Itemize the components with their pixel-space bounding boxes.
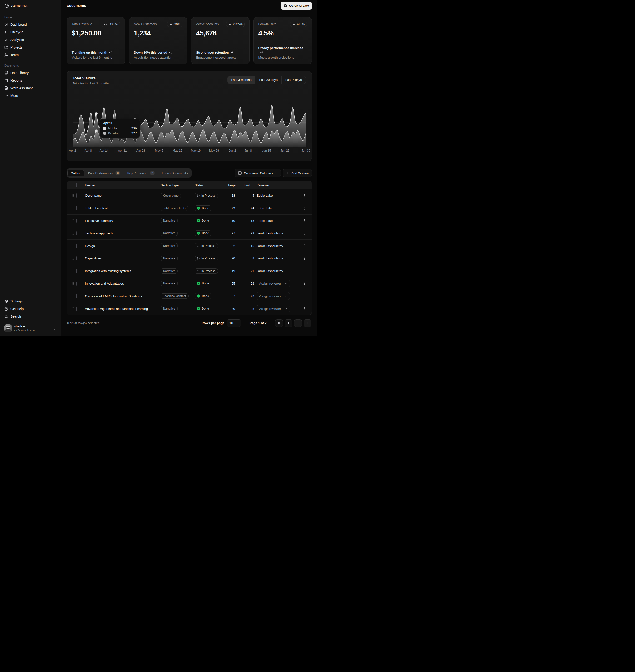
cell-header[interactable]: Design — [85, 244, 161, 248]
drag-handle[interactable] — [70, 269, 76, 273]
sidebar-item-settings[interactable]: Settings — [2, 297, 58, 305]
add-section-button[interactable]: Add Section — [283, 169, 312, 177]
drag-handle[interactable] — [70, 194, 76, 197]
cell-limit[interactable]: 26 — [238, 282, 257, 285]
reviewer-name: Eddie Lake — [257, 206, 273, 210]
cell-limit[interactable]: 5 — [238, 194, 257, 197]
tab-label: Outline — [71, 171, 81, 175]
sidebar-item-search[interactable]: Search — [2, 313, 58, 320]
row-checkbox[interactable] — [76, 206, 77, 210]
sidebar-item-word-assistant[interactable]: Word Assistant — [2, 84, 58, 92]
cell-limit[interactable]: 28 — [238, 307, 257, 311]
drag-handle[interactable] — [70, 294, 76, 298]
cell-header[interactable]: Integration with existing systems — [85, 269, 161, 273]
customize-columns-button[interactable]: Customize Columns — [235, 169, 281, 177]
row-menu-button[interactable] — [299, 293, 310, 299]
cell-limit[interactable]: 16 — [238, 244, 257, 248]
cell-header[interactable]: Executive summary — [85, 219, 161, 223]
chevrons-right-button[interactable] — [304, 319, 311, 327]
assign-reviewer-select[interactable]: Assign reviewer — [257, 305, 290, 312]
assign-reviewer-select[interactable]: Assign reviewer — [257, 292, 290, 300]
cell-target[interactable]: 25 — [226, 282, 238, 285]
sidebar-item-get-help[interactable]: Get Help — [2, 305, 58, 313]
app-root: Acme Inc. HomeDashboardLifecycleAnalytic… — [0, 0, 318, 336]
cell-header[interactable]: Overview of EMR's Innovative Solutions — [85, 294, 161, 298]
row-checkbox[interactable] — [76, 282, 77, 286]
row-checkbox[interactable] — [76, 231, 77, 236]
cell-target[interactable]: 20 — [226, 256, 238, 260]
range-tab-last-30-days[interactable]: Last 30 days — [255, 76, 281, 84]
row-menu-button[interactable] — [299, 255, 310, 261]
cell-limit[interactable]: 24 — [238, 206, 257, 210]
sidebar-item-reports[interactable]: Reports — [2, 76, 58, 84]
row-checkbox[interactable] — [76, 256, 77, 260]
select-all-checkbox[interactable] — [76, 183, 77, 187]
row-menu-button[interactable] — [299, 205, 310, 211]
row-menu-button[interactable] — [299, 243, 310, 249]
cell-target[interactable]: 27 — [226, 231, 238, 235]
sidebar-item-dashboard[interactable]: Dashboard — [2, 21, 58, 28]
cell-header[interactable]: Technical approach — [85, 231, 161, 235]
drag-handle[interactable] — [70, 244, 76, 248]
sidebar-item-team[interactable]: Team — [2, 51, 58, 59]
check-circle-icon — [197, 294, 200, 298]
cell-limit[interactable]: 8 — [238, 256, 257, 260]
row-menu-button[interactable] — [299, 193, 310, 199]
tab-outline[interactable]: Outline — [67, 170, 84, 176]
row-checkbox[interactable] — [76, 194, 77, 198]
row-menu-button[interactable] — [299, 230, 310, 236]
drag-handle[interactable] — [70, 231, 76, 235]
row-checkbox[interactable] — [76, 294, 77, 298]
drag-handle[interactable] — [70, 307, 76, 311]
sidebar-item-projects[interactable]: Projects — [2, 44, 58, 51]
tab-focus-documents[interactable]: Focus Documents — [158, 170, 191, 176]
row-menu-button[interactable] — [299, 218, 310, 223]
range-tab-last-7-days[interactable]: Last 7 days — [281, 76, 306, 84]
cell-target[interactable]: 10 — [226, 219, 238, 223]
drag-handle[interactable] — [70, 256, 76, 260]
quick-create-button[interactable]: Quick Create — [281, 2, 312, 9]
cell-header[interactable]: Capabilities — [85, 256, 161, 260]
cell-target[interactable]: 30 — [226, 307, 238, 311]
drag-handle[interactable] — [70, 206, 76, 210]
cell-limit[interactable]: 13 — [238, 219, 257, 223]
area-chart[interactable]: Apr 11 Mobile350Desktop327 — [72, 90, 306, 147]
cell-header[interactable]: Innovation and Advantages — [85, 282, 161, 285]
row-checkbox[interactable] — [76, 219, 77, 223]
user-menu[interactable]: shadcn m@example.com — [2, 323, 58, 334]
row-checkbox[interactable] — [76, 269, 77, 273]
table-view-tabs: OutlinePast Performance3Key Personnel2Fo… — [67, 169, 192, 178]
cell-limit[interactable]: 23 — [238, 231, 257, 235]
drag-handle[interactable] — [70, 282, 76, 285]
cell-target[interactable]: 2 — [226, 244, 238, 248]
row-menu-button[interactable] — [299, 306, 310, 312]
row-checkbox[interactable] — [76, 244, 77, 248]
assign-reviewer-select[interactable]: Assign reviewer — [257, 279, 290, 287]
sidebar-brand[interactable]: Acme Inc. — [0, 0, 61, 12]
cell-checkbox — [76, 282, 85, 285]
cell-limit[interactable]: 23 — [238, 294, 257, 298]
tab-past-performance[interactable]: Past Performance3 — [85, 169, 124, 177]
row-menu-button[interactable] — [299, 268, 310, 274]
tab-key-personnel[interactable]: Key Personnel2 — [124, 169, 158, 177]
sidebar-item-more[interactable]: More — [2, 92, 58, 99]
cell-target[interactable]: 19 — [226, 269, 238, 273]
range-tab-last-3-months[interactable]: Last 3 months — [227, 76, 255, 84]
rows-per-page-select[interactable]: 10 — [227, 319, 241, 327]
row-menu-button[interactable] — [299, 281, 310, 286]
sidebar-item-analytics[interactable]: Analytics — [2, 36, 58, 44]
cell-header[interactable]: Table of contents — [85, 206, 161, 210]
row-checkbox[interactable] — [76, 307, 77, 311]
cell-header[interactable]: Advanced Algorithms and Machine Learning — [85, 307, 161, 311]
cell-header[interactable]: Cover page — [85, 194, 161, 197]
drag-handle[interactable] — [70, 219, 76, 223]
sidebar-item-lifecycle[interactable]: Lifecycle — [2, 28, 58, 36]
chevron-right-button[interactable] — [294, 319, 302, 327]
cell-target[interactable]: 29 — [226, 206, 238, 210]
status-label: Done — [202, 282, 209, 285]
sidebar-item-data-library[interactable]: Data Library — [2, 69, 58, 76]
cell-target[interactable]: 7 — [226, 294, 238, 298]
cell-limit[interactable]: 21 — [238, 269, 257, 273]
list-icon — [4, 30, 8, 34]
cell-target[interactable]: 18 — [226, 194, 238, 197]
